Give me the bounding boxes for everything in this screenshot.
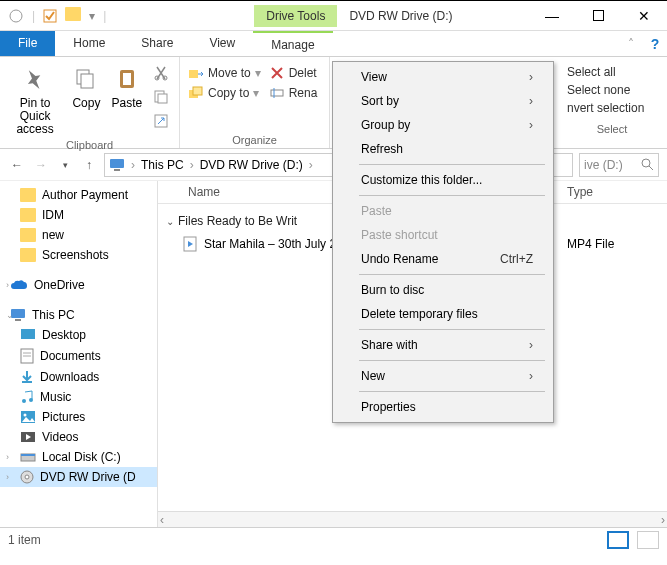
chevron-right-icon[interactable]: ›	[6, 472, 9, 482]
back-button[interactable]: ←	[8, 158, 26, 172]
videos-icon	[20, 431, 36, 443]
column-type[interactable]: Type	[567, 185, 667, 199]
qat-separator: |	[103, 9, 106, 23]
nav-folder-screenshots[interactable]: Screenshots	[0, 245, 157, 265]
nav-pictures[interactable]: Pictures	[0, 407, 157, 427]
select-all-button[interactable]: Select all	[567, 65, 657, 79]
paste-shortcut-icon[interactable]	[151, 111, 171, 131]
context-menu: View› Sort by› Group by› Refresh Customi…	[332, 61, 554, 423]
menu-refresh[interactable]: Refresh	[333, 137, 553, 161]
chevron-right-icon[interactable]: ›	[6, 452, 9, 462]
menu-share-with[interactable]: Share with›	[333, 333, 553, 357]
tab-file[interactable]: File	[0, 31, 55, 56]
horizontal-scrollbar[interactable]: ‹ ›	[158, 511, 667, 527]
svg-rect-22	[15, 319, 21, 321]
pin-to-quick-access-button[interactable]: Pin to Quick access	[6, 59, 64, 137]
menu-undo-rename[interactable]: Undo RenameCtrl+Z	[333, 247, 553, 271]
tab-view[interactable]: View	[191, 31, 253, 56]
breadcrumb-thispc[interactable]: This PC	[141, 158, 184, 172]
svg-point-36	[25, 475, 29, 479]
svg-rect-10	[158, 94, 167, 103]
onedrive-icon	[10, 279, 28, 291]
copy-path-icon[interactable]	[151, 87, 171, 107]
drive-icon	[20, 451, 36, 463]
invert-selection-button[interactable]: nvert selection	[567, 101, 657, 115]
move-to-button[interactable]: Move to▾	[188, 65, 261, 81]
delete-button[interactable]: Delet	[269, 65, 318, 81]
copy-button[interactable]: Copy	[68, 59, 104, 110]
nav-music[interactable]: Music	[0, 387, 157, 407]
properties-icon[interactable]	[43, 9, 57, 23]
close-button[interactable]: ✕	[621, 1, 667, 31]
nav-videos[interactable]: Videos	[0, 427, 157, 447]
nav-local-disk[interactable]: ›Local Disk (C:)	[0, 447, 157, 467]
search-placeholder: ive (D:)	[584, 158, 623, 172]
menu-properties[interactable]: Properties	[333, 395, 553, 419]
menu-delete-temp-files[interactable]: Delete temporary files	[333, 302, 553, 326]
nav-downloads[interactable]: Downloads	[0, 367, 157, 387]
nav-folder-new[interactable]: new	[0, 225, 157, 245]
paste-button[interactable]: Paste	[109, 59, 145, 110]
svg-rect-17	[110, 159, 124, 168]
tab-home[interactable]: Home	[55, 31, 123, 56]
nav-documents[interactable]: Documents	[0, 345, 157, 367]
chevron-right-icon[interactable]	[307, 158, 315, 172]
nav-onedrive[interactable]: ›OneDrive	[0, 275, 157, 295]
chevron-right-icon: ›	[529, 94, 533, 108]
item-count: 1 item	[8, 533, 41, 547]
ribbon-tabs: File Home Share View Manage ˄ ?	[0, 31, 667, 57]
maximize-button[interactable]	[575, 1, 621, 31]
folder-icon	[20, 188, 36, 202]
nav-desktop[interactable]: Desktop	[0, 325, 157, 345]
qat-dropdown-icon[interactable]: ▾	[89, 9, 95, 23]
window-title: DVD RW Drive (D:)	[337, 9, 529, 23]
svg-rect-15	[271, 90, 283, 96]
menu-burn-to-disc[interactable]: Burn to disc	[333, 278, 553, 302]
menu-sort-by[interactable]: Sort by›	[333, 89, 553, 113]
minimize-button[interactable]: —	[529, 1, 575, 31]
chevron-down-icon[interactable]: ⌄	[6, 310, 14, 320]
qat-folder-icon[interactable]	[65, 7, 81, 24]
downloads-icon	[20, 370, 34, 384]
chevron-right-icon[interactable]	[129, 158, 137, 172]
tab-share[interactable]: Share	[123, 31, 191, 56]
menu-new[interactable]: New›	[333, 364, 553, 388]
chevron-down-icon[interactable]: ⌄	[166, 216, 174, 227]
scroll-right-icon[interactable]: ›	[661, 513, 665, 527]
chevron-right-icon[interactable]: ›	[6, 280, 9, 290]
nav-folder-author-payment[interactable]: Author Payment	[0, 185, 157, 205]
pictures-icon	[20, 410, 36, 424]
collapse-ribbon-icon[interactable]: ˄	[619, 31, 643, 56]
copy-to-button[interactable]: Copy to▾	[188, 85, 261, 101]
chevron-right-icon[interactable]	[188, 158, 196, 172]
thumbnails-view-button[interactable]	[637, 531, 659, 549]
folder-icon	[20, 208, 36, 222]
search-icon	[641, 158, 654, 171]
chevron-right-icon: ›	[529, 369, 533, 383]
menu-customize-folder[interactable]: Customize this folder...	[333, 168, 553, 192]
tab-manage[interactable]: Manage	[253, 31, 332, 56]
svg-rect-6	[123, 73, 131, 85]
menu-view[interactable]: View›	[333, 65, 553, 89]
svg-rect-4	[81, 74, 93, 88]
forward-button[interactable]: →	[32, 158, 50, 172]
nav-folder-idm[interactable]: IDM	[0, 205, 157, 225]
cut-icon[interactable]	[151, 63, 171, 83]
recent-locations-icon[interactable]: ▾	[56, 160, 74, 170]
svg-rect-18	[114, 169, 120, 171]
up-button[interactable]: ↑	[80, 158, 98, 172]
folder-icon	[20, 248, 36, 262]
history-icon[interactable]	[8, 8, 24, 24]
svg-point-29	[29, 398, 33, 402]
menu-group-by[interactable]: Group by›	[333, 113, 553, 137]
nav-dvd-rw-drive[interactable]: ›DVD RW Drive (D	[0, 467, 157, 487]
details-view-button[interactable]	[607, 531, 629, 549]
search-input[interactable]: ive (D:)	[579, 153, 659, 177]
select-none-button[interactable]: Select none	[567, 83, 657, 97]
breadcrumb-drive[interactable]: DVD RW Drive (D:)	[200, 158, 303, 172]
rename-button[interactable]: Rena	[269, 85, 318, 101]
scroll-left-icon[interactable]: ‹	[160, 513, 164, 527]
nav-thispc[interactable]: ⌄This PC	[0, 305, 157, 325]
svg-rect-34	[21, 454, 35, 456]
help-icon[interactable]: ?	[643, 31, 667, 56]
